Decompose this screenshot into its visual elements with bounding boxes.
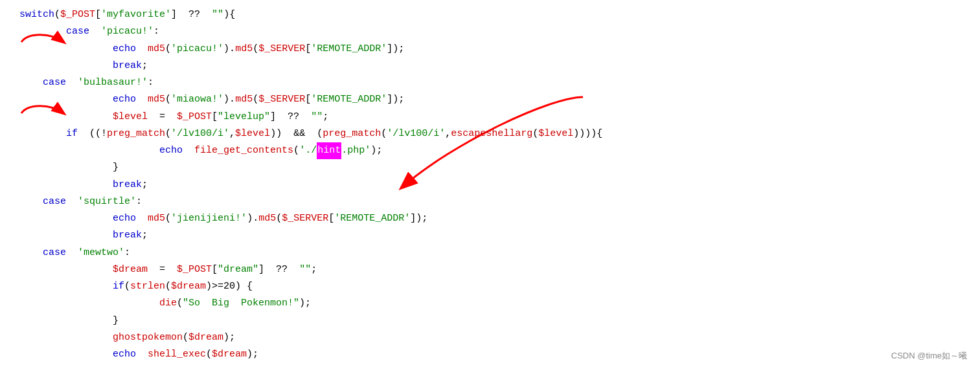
keyword-switch: switch <box>19 6 54 23</box>
code-line-12: case 'squirtle': <box>19 193 967 210</box>
code-line-18: die("So Big Pokenmon!"); <box>19 295 967 312</box>
code-line-1: switch($_POST['myfavorite'] ?? ""){ <box>19 6 967 23</box>
code-line-11: break; <box>19 177 967 193</box>
code-line-9: echo file_get_contents('./hint.php'); <box>19 142 967 159</box>
watermark: CSDN @time如～曦 <box>891 349 967 363</box>
hint-highlight: hint <box>317 142 341 159</box>
code-line-8: if ((!preg_match('/lv100/i',$level)) && … <box>19 126 967 142</box>
code-line-2: case 'picacu!': <box>19 23 967 40</box>
code-line-5: case 'bulbasaur!': <box>19 74 967 91</box>
code-line-20: ghostpokemon($dream); <box>19 329 967 346</box>
code-line-19: } <box>19 313 967 329</box>
code-line-14: break; <box>19 227 967 244</box>
code-line-15: case 'mewtwo': <box>19 245 967 261</box>
code-line-13: echo md5('jienijieni!').md5($_SERVER['RE… <box>19 210 967 227</box>
code-line-21: echo shell_exec($dream); <box>19 346 967 363</box>
code-line-7: $level = $_POST["levelup"] ?? ""; <box>19 109 967 126</box>
code-line-17: if(strlen($dream)>=20) { <box>19 278 967 295</box>
code-container: switch($_POST['myfavorite'] ?? ""){ case… <box>0 0 980 369</box>
code-line-4: break; <box>19 58 967 74</box>
code-line-3: echo md5('picacu!').md5($_SERVER['REMOTE… <box>19 41 967 58</box>
code-line-16: $dream = $_POST["dream"] ?? ""; <box>19 261 967 278</box>
code-line-10: } <box>19 159 967 176</box>
code-line-6: echo md5('miaowa!').md5($_SERVER['REMOTE… <box>19 91 967 108</box>
code-block: switch($_POST['myfavorite'] ?? ""){ case… <box>13 6 967 363</box>
